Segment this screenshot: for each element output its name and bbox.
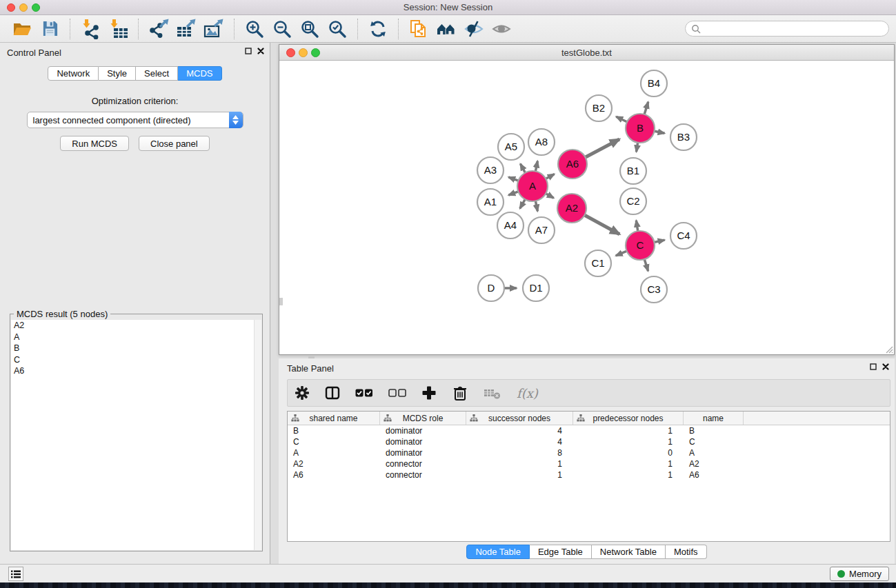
graph-node-a6[interactable]: A6 <box>558 150 587 179</box>
tab-network-table[interactable]: Network Table <box>592 545 666 559</box>
column-header-successor-nodes[interactable]: successor nodes <box>466 412 573 425</box>
cell-shared-name[interactable]: A2 <box>288 459 380 469</box>
network-minimize-button[interactable] <box>299 48 308 57</box>
network-close-button[interactable] <box>286 48 295 57</box>
cell-shared-name[interactable]: B <box>288 426 380 436</box>
show-columns-button[interactable] <box>325 385 340 401</box>
tab-mcds[interactable]: MCDS <box>178 66 221 81</box>
delete-column-button[interactable] <box>452 385 468 401</box>
save-session-button[interactable] <box>38 18 61 40</box>
tab-network[interactable]: Network <box>48 66 99 81</box>
open-session-button[interactable] <box>10 18 34 40</box>
cell-mcds-role[interactable]: connector <box>380 459 466 469</box>
tab-select[interactable]: Select <box>136 66 178 81</box>
cell-shared-name[interactable]: C <box>288 437 380 447</box>
criterion-dropdown[interactable]: largest connected component (directed) <box>27 112 243 128</box>
deselect-all-button[interactable] <box>388 388 406 398</box>
column-header-shared-name[interactable]: shared name <box>288 412 380 425</box>
cell-name[interactable]: A6 <box>684 470 744 480</box>
cell-mcds-role[interactable]: dominator <box>380 448 466 458</box>
add-column-button[interactable] <box>421 385 437 401</box>
cell-predecessor-nodes[interactable]: 1 <box>573 426 684 436</box>
result-item-b[interactable]: B <box>11 343 261 354</box>
cell-predecessor-nodes[interactable]: 1 <box>573 459 684 469</box>
zoom-fit-button[interactable] <box>298 18 321 40</box>
window-resize-grip[interactable] <box>884 345 893 354</box>
task-history-button[interactable] <box>8 567 23 581</box>
graph-node-a2[interactable]: A2 <box>557 194 586 223</box>
zoom-in-button[interactable] <box>243 18 266 40</box>
graph-node-c4[interactable]: C4 <box>670 223 697 249</box>
hide-selected-button[interactable] <box>462 18 486 40</box>
tab-motifs[interactable]: Motifs <box>666 545 707 559</box>
result-scrollbar[interactable] <box>254 320 261 550</box>
tab-node-table[interactable]: Node Table <box>466 545 530 559</box>
cell-successor-nodes[interactable]: 1 <box>466 459 573 469</box>
graph-node-b2[interactable]: B2 <box>586 95 612 121</box>
search-input[interactable] <box>701 22 888 35</box>
table-row-a2[interactable]: A2connector11A2 <box>288 458 890 469</box>
mcds-result-list[interactable]: A2ABCA6 <box>11 320 261 550</box>
first-neighbors-button[interactable] <box>435 18 458 40</box>
zoom-out-button[interactable] <box>270 18 294 40</box>
column-header-name[interactable]: name <box>684 412 744 425</box>
cell-name[interactable]: B <box>684 426 744 436</box>
graph-node-d[interactable]: D <box>478 275 504 301</box>
graph-node-c[interactable]: C <box>626 231 655 260</box>
memory-button[interactable]: Memory <box>830 567 889 581</box>
cell-successor-nodes[interactable]: 4 <box>466 437 573 447</box>
graph-node-b4[interactable]: B4 <box>641 70 667 97</box>
export-network-button[interactable] <box>147 18 170 40</box>
cell-predecessor-nodes[interactable]: 0 <box>573 448 684 458</box>
node-table[interactable]: shared nameMCDS rolesuccessor nodesprede… <box>287 411 890 542</box>
result-item-c[interactable]: C <box>11 354 261 366</box>
close-panel-button[interactable]: Close panel <box>139 136 210 151</box>
tab-style[interactable]: Style <box>99 66 136 81</box>
select-all-button[interactable] <box>355 388 373 398</box>
network-canvas[interactable]: B4B2BB3A8A5A6A3B1AA1C2A2A4A7C4CC1C3DD1 <box>279 61 894 354</box>
show-all-button[interactable] <box>490 18 513 40</box>
cell-predecessor-nodes[interactable]: 1 <box>573 437 684 447</box>
column-header-predecessor-nodes[interactable]: predecessor nodes <box>573 412 684 425</box>
close-panel-icon[interactable] <box>882 363 889 370</box>
new-network-from-selection-button[interactable] <box>407 18 430 40</box>
cell-successor-nodes[interactable]: 4 <box>466 426 573 436</box>
graph-node-c2[interactable]: C2 <box>620 188 646 214</box>
table-settings-button[interactable] <box>295 385 310 401</box>
column-header-mcds-role[interactable]: MCDS role <box>380 412 466 425</box>
cell-mcds-role[interactable]: dominator <box>380 437 466 447</box>
result-item-a6[interactable]: A6 <box>11 365 261 377</box>
graph-node-a4[interactable]: A4 <box>497 212 524 239</box>
float-panel-icon[interactable] <box>870 363 877 370</box>
table-row-a[interactable]: Adominator80A <box>288 447 890 458</box>
graph-node-a3[interactable]: A3 <box>477 157 504 183</box>
graph-node-c1[interactable]: C1 <box>585 250 611 276</box>
export-table-button[interactable] <box>175 18 198 40</box>
cell-mcds-role[interactable]: connector <box>380 470 466 480</box>
table-row-a6[interactable]: A6connector11A6 <box>288 469 890 480</box>
close-panel-icon[interactable] <box>257 48 264 54</box>
apply-layout-button[interactable] <box>366 18 390 40</box>
cell-name[interactable]: A <box>684 448 744 458</box>
cell-successor-nodes[interactable]: 1 <box>466 470 573 480</box>
tab-edge-table[interactable]: Edge Table <box>530 545 592 559</box>
graph-node-a1[interactable]: A1 <box>477 189 504 215</box>
graph-node-c3[interactable]: C3 <box>641 276 667 303</box>
result-item-a2[interactable]: A2 <box>11 320 261 332</box>
cell-successor-nodes[interactable]: 8 <box>466 448 573 458</box>
float-panel-icon[interactable] <box>245 48 252 54</box>
graph-node-a8[interactable]: A8 <box>528 129 555 155</box>
graph-node-a5[interactable]: A5 <box>498 134 524 160</box>
table-row-b[interactable]: Bdominator41B <box>288 425 890 436</box>
graph-node-d1[interactable]: D1 <box>523 275 549 301</box>
import-network-button[interactable] <box>79 18 102 40</box>
graph-node-a7[interactable]: A7 <box>528 217 555 243</box>
import-table-button[interactable] <box>106 18 130 40</box>
cell-name[interactable]: C <box>684 437 744 447</box>
cell-name[interactable]: A2 <box>684 459 744 469</box>
network-maximize-button[interactable] <box>311 48 320 57</box>
graph-node-b[interactable]: B <box>626 114 655 143</box>
graph-node-b1[interactable]: B1 <box>620 158 646 184</box>
search-field[interactable] <box>685 21 889 37</box>
result-item-a[interactable]: A <box>11 332 261 343</box>
